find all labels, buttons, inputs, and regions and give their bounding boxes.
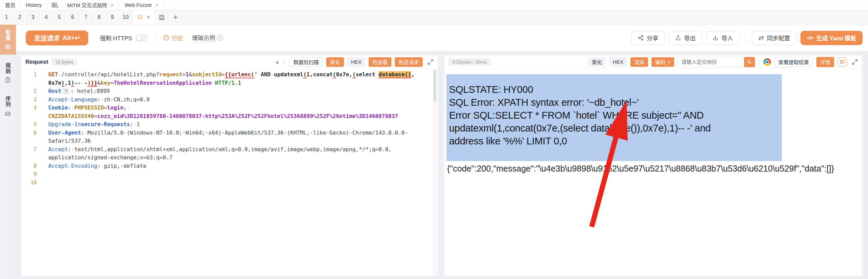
request-panel: Request 10 bytes ‹ › 数据包扫描 美化 HEX 热加载 构造… [21, 55, 438, 276]
import-button[interactable]: 导入 [706, 31, 739, 45]
line-number: 3 [21, 96, 37, 104]
line-number: 4 [21, 104, 37, 112]
fuzzer-tab-5[interactable]: 5 [53, 10, 66, 24]
packet-scan-button[interactable]: 数据包扫描 [289, 57, 323, 67]
main-tab-bar: 首页 History MITM 交互式劫持 × Web Fuzzer × [0, 0, 868, 10]
fuzzer-tab-10[interactable]: 10 [119, 10, 132, 24]
fuzzer-tab-active-label: 11 [137, 14, 143, 20]
tab-web-fuzzer[interactable]: Web Fuzzer × [119, 0, 164, 10]
request-line-2[interactable]: 0x7e),1)--·-)}}&key=TheHotelReversationA… [21, 79, 438, 87]
request-line-12[interactable]: 8Accept-Encoding:·gzip,·deflate [21, 162, 438, 171]
fuzzer-tab-4[interactable]: 4 [40, 10, 53, 24]
tab-home[interactable]: 首页 [0, 0, 21, 10]
force-https-toggle[interactable] [135, 35, 148, 41]
tab-web-fuzzer-label: Web Fuzzer [125, 2, 152, 8]
fuzzer-tab-3[interactable]: 3 [26, 10, 40, 24]
fuzzer-tab-9[interactable]: 9 [106, 10, 119, 24]
add-tab-button[interactable]: + [169, 10, 182, 24]
view-extraction-button[interactable]: 查看提取结果 [774, 57, 813, 67]
line-number [21, 154, 37, 162]
fuzzer-tab-active[interactable]: 11 × [132, 10, 155, 24]
send-request-shortcut: Alt+↵ [62, 34, 80, 42]
search-input[interactable] [678, 57, 744, 67]
sidebar-item-rules[interactable]: 规则 [0, 58, 16, 88]
close-icon[interactable]: × [147, 15, 150, 20]
sidebar-item-config[interactable]: 配置 [0, 25, 16, 55]
request-scrollbar[interactable] [433, 69, 437, 276]
export-button[interactable]: 导出 [669, 31, 702, 45]
comment-icon[interactable] [837, 57, 847, 67]
blast-example-link[interactable]: 爆破示例 ? [192, 33, 223, 42]
response-json-line: {"code":200,"message":"\u4e3b\u9898\u915… [447, 164, 862, 174]
share-button[interactable]: 分享 [631, 31, 665, 45]
line-number [21, 79, 37, 87]
request-line-5[interactable]: 4Cookie:·PHPSESSID=login;· [21, 104, 438, 112]
sidebar-item-rules-label: 规则 [4, 63, 12, 74]
request-line-13[interactable]: 9 [21, 170, 438, 179]
plus-icon: + [173, 13, 178, 22]
request-line-4[interactable]: 3Accept-Language:·zh-CN,zh;q=0.9 [21, 96, 438, 104]
chevron-down-icon: ∨ [667, 60, 670, 64]
sync-config-label: 同步配置 [767, 34, 790, 42]
close-icon[interactable]: × [110, 2, 113, 7]
chrome-icon[interactable] [763, 58, 771, 66]
share-label: 分享 [647, 34, 658, 42]
request-line-1[interactable]: 1GET·/controller/api/hotelList.php?reque… [21, 71, 438, 79]
response-line-4: updatexml(1,concat(0x7e,(select database… [449, 122, 782, 135]
response-beautify-button[interactable]: 美化 [588, 57, 606, 67]
request-line-7[interactable]: 5Upgrade-Insecure-Requests:·1 [21, 120, 438, 129]
send-request-button[interactable]: 发送请求 Alt+↵ [26, 31, 88, 45]
fuzzer-tab-8[interactable]: 8 [93, 10, 106, 24]
response-line-1: SQLSTATE: HY000 [449, 83, 782, 96]
close-icon[interactable]: × [155, 2, 159, 7]
response-hex-button[interactable]: HEX [609, 57, 627, 67]
request-line-3[interactable]: 2Host?:·hotel:8899 [21, 87, 438, 96]
nav-prev-icon[interactable]: ‹ [275, 58, 279, 66]
save-icon[interactable] [155, 10, 169, 24]
generate-yaml-button[interactable]: </> 生成 Yaml 模板 [800, 31, 863, 45]
details-button[interactable]: 详情 [816, 57, 834, 67]
sequence-box-icon [5, 110, 11, 116]
hot-reload-button[interactable]: 热加载 [369, 57, 391, 67]
fuzzer-tab-7[interactable]: 7 [79, 10, 93, 24]
divider [155, 34, 155, 42]
fuzzer-tab-6[interactable]: 6 [66, 10, 79, 24]
fullscreen-icon[interactable] [427, 59, 433, 65]
line-number: 2 [21, 87, 37, 96]
nav-next-icon[interactable]: › [282, 58, 286, 66]
request-line-14[interactable]: 10 [21, 179, 438, 187]
response-editor[interactable]: SQLSTATE: HY000SQL Error: XPATH syntax e… [444, 69, 862, 276]
render-button[interactable]: 渲染 [630, 57, 648, 67]
request-line-9[interactable]: Safari/537.36 [21, 137, 438, 145]
response-line-5: address like '%%' LIMIT 0,0 [449, 135, 782, 147]
import-label: 导入 [721, 34, 733, 42]
sidebar-item-sequence[interactable]: 序列 [0, 91, 16, 121]
search-button[interactable] [744, 57, 755, 67]
request-title: Request [25, 59, 48, 65]
request-editor[interactable]: 1GET·/controller/api/hotelList.php?reque… [21, 69, 438, 276]
request-line-8[interactable]: 6User-Agent:·Mozilla/5.0·(Windows·NT·10.… [21, 129, 438, 137]
scrollbar-thumb[interactable] [433, 70, 436, 101]
request-hex-button[interactable]: HEX [347, 57, 365, 67]
request-line-6[interactable]: CNZZDATA155540=cnzz_eid%3D1261059780-146… [21, 112, 438, 121]
history-button[interactable]: 历史 [163, 34, 183, 42]
tab-grid-button[interactable] [47, 0, 62, 10]
request-beautify-button[interactable]: 美化 [326, 57, 344, 67]
request-line-10[interactable]: 7Accept:·text/html,application/xhtml+xml… [21, 145, 438, 154]
tab-history[interactable]: History [21, 0, 47, 10]
construct-request-button[interactable]: 构造请求 [395, 57, 423, 67]
line-number [21, 112, 37, 121]
fuzzer-tab-1[interactable]: 1 [0, 10, 13, 24]
left-sidebar: 配置 规则 序列 [0, 25, 16, 279]
sync-config-button[interactable]: ⇄ 同步配置 [752, 31, 796, 45]
fullscreen-icon[interactable] [852, 59, 858, 65]
request-line-11[interactable]: application/signed-exchange;v=b3;q=0.7 [21, 154, 438, 162]
tab-mitm[interactable]: MITM 交互式劫持 × [62, 0, 119, 10]
request-panel-header: Request 10 bytes ‹ › 数据包扫描 美化 HEX 热加载 构造… [21, 55, 438, 69]
response-line-3: Error SQL:SELECT * FROM `hotel` WHERE su… [449, 109, 782, 122]
send-request-label: 发送请求 [34, 33, 60, 42]
fuzzer-tab-2[interactable]: 2 [13, 10, 26, 24]
encode-dropdown[interactable]: 编码 ∨ [651, 57, 674, 67]
sync-icon: ⇄ [758, 34, 764, 42]
response-highlight-block: SQLSTATE: HY000SQL Error: XPATH syntax e… [446, 74, 782, 161]
